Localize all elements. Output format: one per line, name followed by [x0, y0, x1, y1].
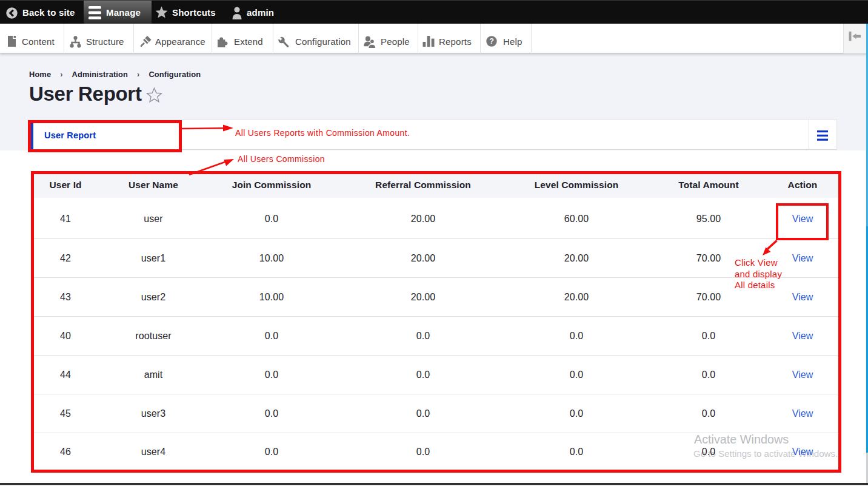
- svg-text:?: ?: [489, 37, 494, 46]
